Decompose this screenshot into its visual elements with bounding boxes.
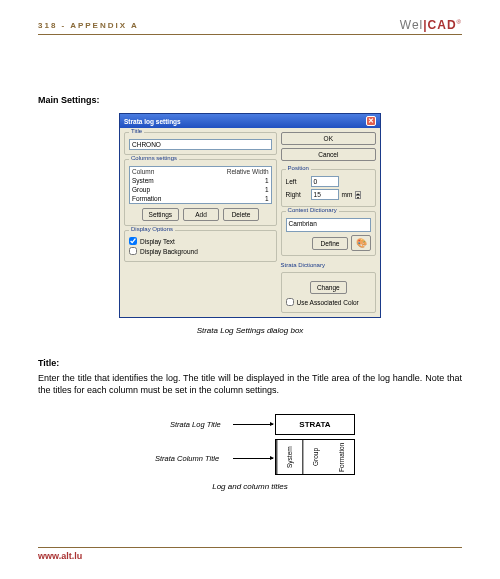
- change-group: Change Use Associated Color: [281, 272, 376, 313]
- settings-button[interactable]: Settings: [142, 208, 180, 221]
- strata-log-settings-dialog: Strata log settings ✕ Title CHRONO Colum…: [119, 113, 381, 318]
- add-button[interactable]: Add: [183, 208, 219, 221]
- diagram-label-log-title: Strata Log Title: [170, 420, 221, 429]
- diagram-label-column-title: Strata Column Title: [155, 454, 219, 463]
- arrow-icon: [233, 458, 273, 459]
- footer-url: www.alt.lu: [38, 547, 462, 561]
- spinner[interactable]: ▴▾: [355, 191, 361, 199]
- group-label: Display Options: [129, 226, 175, 232]
- paragraph-body: Enter the title that identifies the log.…: [38, 372, 462, 396]
- display-background-checkbox[interactable]: [129, 247, 137, 255]
- close-icon[interactable]: ✕: [366, 116, 376, 126]
- ok-button[interactable]: OK: [281, 132, 376, 145]
- col-header-column: Column: [130, 167, 190, 177]
- col-header-width: Relative Width: [189, 167, 271, 177]
- palette-icon[interactable]: 🎨: [351, 235, 371, 251]
- diagram-col: System: [276, 440, 302, 474]
- columns-table[interactable]: Column Relative Width System1 Group1 For…: [129, 166, 272, 204]
- header-page-number: 318 - APPENDIX A: [38, 21, 139, 30]
- left-input[interactable]: 0: [311, 176, 339, 187]
- paragraph-title: Title:: [38, 357, 462, 369]
- brand-logo: Wel|CAD®: [400, 18, 462, 32]
- diagram-col: Formation: [329, 440, 354, 474]
- group-label: Title: [129, 128, 144, 134]
- group-label: Position: [286, 165, 311, 171]
- use-associated-color-label: Use Associated Color: [297, 299, 359, 306]
- strata-dictionary-link[interactable]: Strata Dictionary: [281, 262, 376, 268]
- cancel-button[interactable]: Cancel: [281, 148, 376, 161]
- figure-caption-1: Strata Log Settings dialog box: [38, 326, 462, 335]
- context-value: Cambrian: [286, 218, 371, 232]
- change-button[interactable]: Change: [310, 281, 347, 294]
- context-dictionary-group: Context Dictionary Cambrian Define 🎨: [281, 211, 376, 256]
- figure-caption-2: Log and column titles: [38, 482, 462, 491]
- dialog-titlebar: Strata log settings ✕: [120, 114, 380, 128]
- log-column-diagram: Strata Log Title STRATA Strata Column Ti…: [125, 414, 375, 476]
- diagram-col: Group: [302, 440, 328, 474]
- diagram-columns-box: System Group Formation: [275, 439, 355, 475]
- section-heading: Main Settings:: [38, 95, 462, 105]
- delete-button[interactable]: Delete: [223, 208, 259, 221]
- title-input[interactable]: CHRONO: [129, 139, 272, 150]
- display-text-checkbox[interactable]: [129, 237, 137, 245]
- arrow-icon: [233, 424, 273, 425]
- right-label: Right: [286, 191, 308, 198]
- define-button[interactable]: Define: [312, 237, 348, 250]
- use-associated-color-checkbox[interactable]: [286, 298, 294, 306]
- table-row: Group1: [130, 185, 272, 194]
- title-group: Title CHRONO: [124, 132, 277, 155]
- display-options-group: Display Options Display Text Display Bac…: [124, 230, 277, 262]
- group-label: Context Dictionary: [286, 207, 339, 213]
- table-row: System1: [130, 176, 272, 185]
- display-text-label: Display Text: [140, 238, 175, 245]
- dialog-title-text: Strata log settings: [124, 118, 181, 125]
- unit-label: mm: [342, 191, 353, 198]
- position-group: Position Left 0 Right 15 mm ▴▾: [281, 169, 376, 207]
- columns-settings-group: Columns settings Column Relative Width S…: [124, 159, 277, 226]
- table-row: Formation1: [130, 194, 272, 204]
- page-header: 318 - APPENDIX A Wel|CAD®: [38, 18, 462, 35]
- display-background-label: Display Background: [140, 248, 198, 255]
- right-input[interactable]: 15: [311, 189, 339, 200]
- group-label: Columns settings: [129, 155, 179, 161]
- left-label: Left: [286, 178, 308, 185]
- diagram-strata-box: STRATA: [275, 414, 355, 435]
